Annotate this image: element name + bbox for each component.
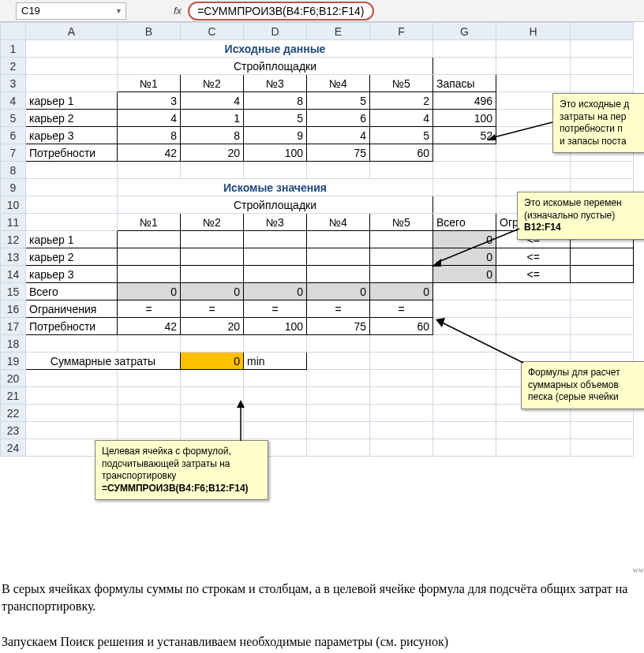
dropdown-icon[interactable]: ▼	[115, 7, 122, 15]
cell[interactable]: Всего	[433, 214, 496, 231]
cell[interactable]: min	[244, 353, 307, 370]
cell[interactable]: №2	[181, 75, 244, 92]
cell[interactable]	[433, 58, 496, 75]
cell[interactable]	[433, 40, 496, 58]
cell[interactable]	[244, 370, 307, 387]
cell[interactable]	[433, 196, 496, 214]
row-header[interactable]: 15	[1, 283, 26, 300]
subheading-sites[interactable]: Стройплощадки	[118, 58, 433, 75]
cell-summary-label[interactable]: Суммарные затраты	[26, 353, 181, 370]
row-header[interactable]: 24	[1, 439, 26, 457]
fx-icon[interactable]: fx	[174, 5, 182, 17]
row-header[interactable]: 20	[1, 370, 26, 387]
cell[interactable]	[118, 370, 181, 387]
cell[interactable]: 4	[118, 110, 181, 127]
row-header[interactable]: 8	[1, 162, 26, 179]
row-header[interactable]: 11	[1, 214, 26, 231]
cell[interactable]: карьер 1	[26, 92, 118, 110]
cell[interactable]: 0	[433, 266, 496, 283]
select-all-corner[interactable]	[1, 23, 26, 40]
heading-source[interactable]: Исходные данные	[118, 40, 433, 58]
formula-input[interactable]: =СУММПРОИЗВ(B4:F6;B12:F14)	[188, 2, 373, 21]
cell[interactable]	[433, 318, 496, 335]
cell[interactable]: 42	[118, 144, 181, 162]
row-header[interactable]: 23	[1, 422, 26, 439]
heading-vars[interactable]: Искомые значения	[118, 179, 433, 196]
cell[interactable]	[370, 353, 433, 370]
row-header[interactable]: 3	[1, 75, 26, 92]
cell[interactable]	[370, 231, 433, 248]
cell[interactable]: карьер 1	[26, 231, 118, 248]
cell[interactable]: 4	[307, 127, 370, 144]
cell[interactable]	[181, 422, 244, 439]
cell[interactable]: №1	[118, 75, 181, 92]
cell[interactable]: =	[307, 300, 370, 318]
row-header[interactable]: 7	[1, 144, 26, 162]
cell[interactable]: карьер 3	[26, 266, 118, 283]
cell[interactable]	[496, 40, 571, 58]
cell[interactable]	[307, 231, 370, 248]
cell[interactable]	[26, 387, 118, 405]
cell[interactable]	[181, 335, 244, 353]
cell[interactable]	[26, 40, 118, 58]
cell[interactable]: карьер 2	[26, 248, 118, 266]
cell[interactable]	[496, 300, 571, 318]
cell[interactable]: №5	[370, 75, 433, 92]
row-header[interactable]: 22	[1, 405, 26, 422]
cell[interactable]	[496, 318, 571, 335]
cell[interactable]	[433, 300, 496, 318]
cell[interactable]	[244, 231, 307, 248]
cell[interactable]: 0	[433, 248, 496, 266]
cell[interactable]	[571, 40, 634, 58]
name-box[interactable]: C19 ▼	[16, 2, 126, 20]
cell[interactable]	[496, 162, 571, 179]
target-cell[interactable]: 0	[181, 353, 244, 370]
cell[interactable]	[26, 162, 118, 179]
cell[interactable]	[370, 422, 433, 439]
col-header-i[interactable]	[571, 23, 634, 40]
cell[interactable]: 42	[118, 318, 181, 335]
cell[interactable]: 0	[244, 283, 307, 300]
col-header-b[interactable]: B	[118, 23, 181, 40]
cell[interactable]: №3	[244, 75, 307, 92]
cell[interactable]: 8	[181, 127, 244, 144]
cell[interactable]: 4	[181, 92, 244, 110]
cell[interactable]	[571, 318, 634, 335]
cell[interactable]	[26, 196, 118, 214]
cell[interactable]	[433, 353, 496, 370]
cell[interactable]	[118, 422, 181, 439]
cell[interactable]	[370, 335, 433, 353]
row-header[interactable]: 17	[1, 318, 26, 335]
cell[interactable]	[26, 370, 118, 387]
cell[interactable]	[307, 387, 370, 405]
cell[interactable]: 5	[307, 92, 370, 110]
cell[interactable]: 100	[433, 110, 496, 127]
cell[interactable]	[307, 439, 370, 457]
cell[interactable]: карьер 2	[26, 110, 118, 127]
cell[interactable]: 3	[118, 92, 181, 110]
cell[interactable]	[244, 248, 307, 266]
cell[interactable]	[307, 370, 370, 387]
cell[interactable]	[244, 266, 307, 283]
cell[interactable]: 1	[181, 110, 244, 127]
cell[interactable]: <=	[496, 248, 571, 266]
cell[interactable]	[571, 266, 634, 283]
cell[interactable]: 20	[181, 144, 244, 162]
cell[interactable]: 8	[244, 92, 307, 110]
cell[interactable]: 0	[307, 283, 370, 300]
cell[interactable]	[571, 58, 634, 75]
cell[interactable]	[433, 405, 496, 422]
cell[interactable]	[244, 335, 307, 353]
cell[interactable]	[433, 335, 496, 353]
row-header[interactable]: 13	[1, 248, 26, 266]
cell[interactable]	[571, 162, 634, 179]
cell[interactable]	[571, 75, 634, 92]
row-header[interactable]: 10	[1, 196, 26, 214]
cell[interactable]	[433, 144, 496, 162]
cell[interactable]	[181, 266, 244, 283]
row-header[interactable]: 21	[1, 387, 26, 405]
cell[interactable]	[26, 214, 118, 231]
cell[interactable]	[181, 162, 244, 179]
cell[interactable]	[370, 387, 433, 405]
cell[interactable]	[26, 405, 118, 422]
